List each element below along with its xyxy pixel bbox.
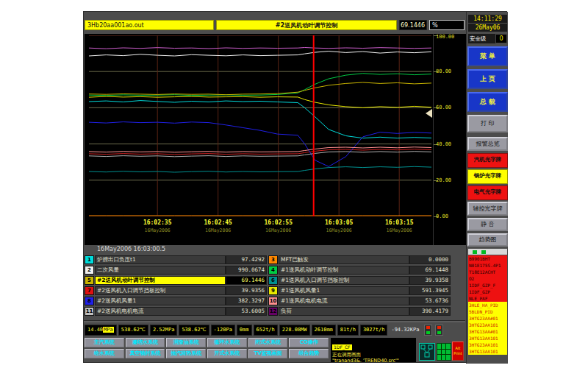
pen-color-swatch: 7: [85, 286, 94, 295]
pen-color-swatch: 2: [85, 266, 94, 275]
pen-label: #1送风机动叶调节控制: [279, 266, 409, 275]
selected-pen-value: 69.1446: [399, 20, 427, 30]
status-value: 14.40MPa: [85, 325, 117, 336]
sidebar-button[interactable]: 静 音: [467, 218, 508, 231]
legend-column-left: 1炉膛出口负压t197.42922二次风量990.06745#2送风机动叶调节控…: [85, 255, 267, 317]
console-selected-item[interactable]: 1DF_CF: [332, 344, 352, 350]
nav-button[interactable]: 闭式水系统: [248, 338, 288, 347]
legend-pen-row[interactable]: 10#1送风机电机电流53.6736: [268, 297, 451, 305]
nav-button[interactable]: TV监视画面: [248, 349, 288, 358]
pen-color-swatch: 1: [85, 255, 94, 264]
tag-list-header: [468, 249, 507, 255]
legend-pen-row[interactable]: 2二次风量990.0674: [85, 266, 267, 275]
trend-series-9: [89, 96, 431, 107]
pen-label: #2送风机入口调节挡板控制: [95, 286, 226, 295]
pen-label: #2送风机动叶调节控制: [95, 276, 226, 285]
x-tick-time: 16:03:15: [373, 219, 425, 226]
status-value: 538.62℃: [179, 325, 209, 336]
trend-series-5: [89, 82, 431, 95]
pen-value: 97.4292: [226, 255, 267, 264]
nav-button[interactable]: 开式水系统: [207, 349, 247, 358]
screenshot-canvas: 3Hb20aa001ao.out #2送风机动叶调节控制 69.1446 % 1…: [0, 0, 588, 368]
nav-button[interactable]: 组合趋势: [289, 349, 329, 358]
alarm-tag[interactable]: NLE_PAF: [468, 295, 507, 302]
nav-button[interactable]: 凝结水系统: [126, 338, 165, 347]
legend-pen-row[interactable]: 6#1送风机入口调节挡板控制39.9358: [268, 276, 451, 285]
sidebar-button[interactable]: 上 页: [467, 69, 508, 89]
alarm-tag[interactable]: 3HTG13AA101: [468, 348, 507, 355]
sidebar-button[interactable]: 趋势图: [467, 233, 508, 247]
nav-button[interactable]: 真空轴封系统: [126, 349, 165, 358]
sidebar-button[interactable]: 打 印: [467, 115, 508, 132]
sidebar-button[interactable]: 汽机光字牌: [467, 153, 508, 168]
legend-pen-row[interactable]: 1炉膛出口负压t197.4292: [85, 255, 267, 264]
legend-pen-row[interactable]: 11#2送风机电机电流53.6005: [85, 307, 267, 316]
status-value: -94.32KPa: [389, 325, 421, 335]
legend-pen-row[interactable]: 5#2送风机动叶调节控制69.1446: [85, 276, 267, 285]
sidebar-button[interactable]: 电气光字牌: [467, 185, 508, 200]
nav-button-row-1: 主汽系统凝结水系统润滑油系统循环水系统闭式水系统CO操作: [85, 338, 329, 347]
alarm-tag[interactable]: 1IDF_GZP: [468, 289, 507, 295]
sidebar-button[interactable]: 辅控光字牌: [467, 202, 508, 216]
sidebar-button[interactable]: 总 貌: [467, 92, 508, 112]
security-level-label: 安全级: [468, 35, 495, 43]
trend-series-12: [89, 48, 431, 49]
legend-pen-row[interactable]: 8#2送风机风量1382.3297: [85, 297, 267, 305]
y-tick-label: 100.00: [436, 34, 454, 40]
nav-button[interactable]: 循环水系统: [207, 338, 247, 347]
status-value: 0mm: [237, 325, 252, 336]
nav-button[interactable]: 主汽系统: [85, 338, 124, 347]
pen-label: #1送风机风量1: [279, 286, 409, 295]
alarm-tag[interactable]: 5BLDN_PID: [468, 308, 507, 315]
alarm-tag[interactable]: O2: [468, 275, 507, 282]
alarm-tag[interactable]: 3HTG13AA#01: [468, 328, 507, 335]
x-tick-date: 16May2006: [132, 227, 183, 233]
value-marker-triangle[interactable]: [426, 109, 432, 118]
legend-column-right: 3MFT已触发0.00004#1送风机动叶调节控制69.14486#1送风机入口…: [268, 255, 451, 317]
pen-value: 69.1446: [226, 276, 267, 285]
alt-print-button[interactable]: Alt Print: [452, 342, 464, 361]
pen-value: 39.9356: [226, 286, 267, 295]
alarm-tag[interactable]: 3HTG13AA101: [468, 335, 507, 342]
status-value: 2.52MPa: [150, 325, 178, 336]
trend-plot[interactable]: [89, 35, 431, 216]
sidebar: 14:11:29 26May06 安全级 0 菜 单上 页总 貌打 印报警总览汽…: [466, 12, 508, 364]
alarm-tag[interactable]: N01E175S.4P1: [468, 262, 507, 269]
sidebar-button[interactable]: 锅炉光字牌: [467, 169, 508, 184]
selected-pen-unit: %: [429, 20, 465, 30]
indicator-light[interactable]: [435, 325, 443, 336]
alarm-tag[interactable]: 3HTG23AA#01: [468, 315, 507, 322]
legend-pen-row[interactable]: 4#1送风机动叶调节控制69.1448: [268, 266, 451, 275]
nav-button[interactable]: CO操作: [289, 338, 329, 347]
x-tick-time: 16:02:55: [253, 219, 304, 226]
alarm-tag[interactable]: 3HTG23AA101: [468, 322, 507, 328]
alarm-tag[interactable]: B9901BHT: [468, 255, 507, 262]
sidebar-button[interactable]: 菜 单: [467, 46, 508, 66]
pen-label: #1送风机入口调节挡板控制: [279, 276, 409, 285]
sidebar-button[interactable]: 报警总览: [467, 137, 508, 151]
y-tick-label: 80.00: [436, 68, 451, 74]
nav-button[interactable]: 润滑油系统: [166, 338, 206, 347]
trend-source-field[interactable]: 3Hb20aa001ao.out: [85, 20, 214, 30]
pen-label: #2送风机电机电流: [95, 307, 226, 316]
legend-pen-row[interactable]: 12负荷390.4179: [268, 307, 451, 316]
grid-icon[interactable]: [437, 343, 451, 361]
x-tick-date: 16May2006: [313, 227, 365, 233]
legend-pen-row[interactable]: 9#1送风机风量1591.3945: [268, 286, 451, 295]
alarm-tag[interactable]: 3HTG23AA101: [468, 342, 507, 348]
x-tick-date: 16May2006: [253, 227, 304, 233]
y-axis-scale: 100.0080.0060.0040.0020.000.00: [433, 34, 466, 245]
indicator-light[interactable]: [424, 325, 432, 336]
network-icon[interactable]: [419, 343, 435, 361]
legend-pen-row[interactable]: 3MFT已触发0.0000: [268, 255, 451, 264]
status-value: 81t/h: [337, 325, 359, 336]
nav-button[interactable]: 抽汽回热系统: [166, 349, 206, 358]
pen-label: MFT已触发: [279, 255, 409, 264]
legend-pen-row[interactable]: 7#2送风机入口调节挡板控制39.9356: [85, 286, 267, 295]
security-level: 安全级 0: [468, 34, 507, 43]
nav-button[interactable]: 给水系统: [85, 349, 124, 358]
selected-pen-field[interactable]: #2送风机动叶调节控制: [216, 20, 397, 30]
alarm-tag[interactable]: T18E12ACHT: [468, 269, 507, 275]
alarm-tag[interactable]: 3HLE_HA_PID: [468, 302, 507, 308]
alarm-tag[interactable]: 1IDF_GZP_F: [468, 282, 507, 289]
